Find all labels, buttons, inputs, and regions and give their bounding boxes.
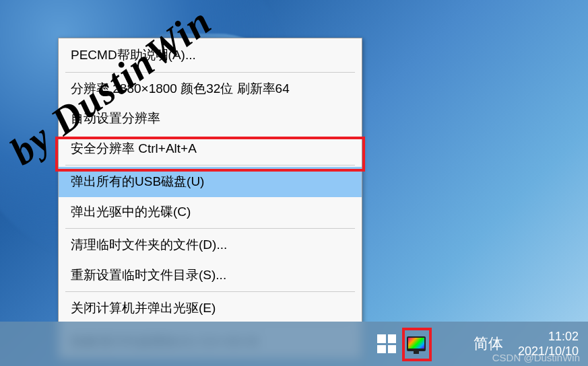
clock-time: 11:02 [518,329,579,344]
menu-item[interactable]: 分辨率 2880×1800 颜色32位 刷新率64 [59,74,362,104]
pecmd-context-menu: PECMD帮助说明(A)...分辨率 2880×1800 颜色32位 刷新率64… [58,38,362,359]
tray-display-icon[interactable] [403,330,430,357]
menu-separator [65,72,355,73]
menu-item[interactable]: 清理临时文件夹的文件(D)... [59,230,362,260]
menu-item[interactable]: 安全分辨率 Ctrl+Alt+A [59,134,362,164]
monitor-icon [407,336,426,351]
start-button[interactable] [377,334,396,353]
menu-item[interactable]: PECMD帮助说明(A)... [59,40,362,71]
menu-separator [65,291,355,292]
menu-item[interactable]: 自动设置分辨率 [59,104,362,134]
menu-item[interactable]: 关闭计算机并弹出光驱(E) [59,293,362,324]
menu-item[interactable]: 重新设置临时文件目录(S)... [59,260,362,291]
menu-separator [65,228,355,229]
menu-item[interactable]: 弹出所有的USB磁盘(U) [59,167,362,197]
ime-indicator[interactable]: 简体 [473,334,503,354]
menu-item[interactable]: 弹出光驱中的光碟(C) [59,197,362,227]
csdn-watermark: CSDN @DustinWin [492,352,580,363]
menu-separator [65,165,355,166]
